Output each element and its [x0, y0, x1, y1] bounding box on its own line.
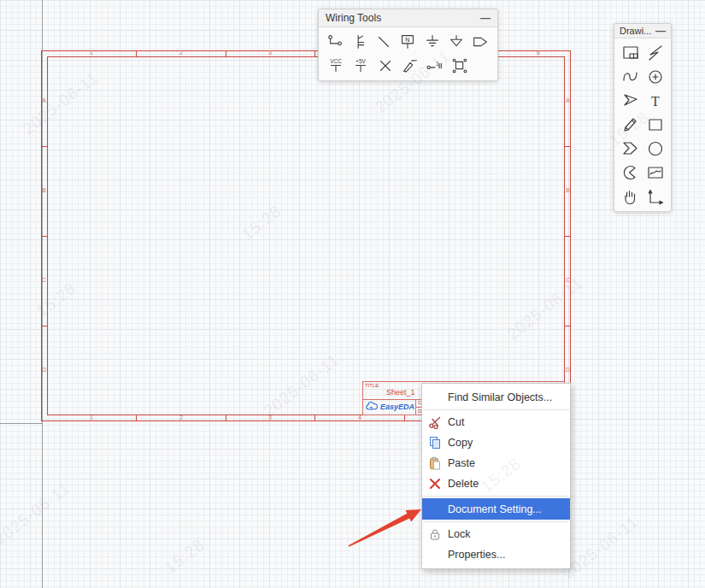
- rect-icon[interactable]: [645, 114, 666, 136]
- minimize-button[interactable]: —: [655, 26, 666, 35]
- pie-icon[interactable]: [620, 162, 641, 184]
- menu-item-lock[interactable]: Lock: [422, 524, 570, 544]
- frame-icon[interactable]: [620, 42, 641, 64]
- drawing-tools-header[interactable]: Drawi... —: [614, 24, 671, 38]
- sheet-frame-inner: [47, 56, 565, 415]
- bus-entry-icon[interactable]: [374, 31, 394, 53]
- ground-flag-icon[interactable]: [422, 31, 442, 53]
- menu-item-document-setting[interactable]: Document Setting...: [422, 498, 570, 520]
- scissors-icon: [427, 415, 442, 429]
- zone-tick: [226, 415, 226, 421]
- zone-tick: [41, 236, 47, 237]
- menu-item-cut[interactable]: Cut: [422, 412, 570, 432]
- lock-icon: [427, 527, 442, 541]
- pencil-icon[interactable]: [620, 114, 641, 136]
- zone-label-bottom: 3: [265, 415, 275, 421]
- voltage-probe-icon[interactable]: [400, 55, 420, 77]
- zone-label-left: C: [41, 277, 47, 284]
- zone-label-left: B: [41, 187, 47, 194]
- zone-label-right: C: [565, 277, 571, 284]
- arc-icon[interactable]: [645, 66, 666, 88]
- zone-label-left: A: [41, 97, 47, 104]
- zone-tick: [136, 50, 137, 56]
- origin-axis-horizontal: [0, 423, 42, 424]
- watermark-text: 2025-06-11: [0, 479, 73, 549]
- delete-x-icon: [427, 477, 442, 491]
- zone-label-right: B: [565, 187, 571, 194]
- polyline-icon[interactable]: [645, 42, 666, 64]
- arrowhead-icon[interactable]: [620, 90, 641, 112]
- drag-hand-icon[interactable]: [620, 185, 641, 208]
- image-icon[interactable]: [645, 162, 666, 184]
- schematic-canvas[interactable]: 1 2 3 4 5 6 1 2 3 4 5 6 A B C D A B C D …: [0, 0, 705, 588]
- bezier-icon[interactable]: [620, 66, 641, 88]
- ellipse-icon[interactable]: [645, 138, 666, 160]
- vcc-flag-icon[interactable]: VCC: [326, 55, 346, 77]
- title-label: TITLE:: [365, 383, 380, 388]
- menu-item-delete[interactable]: Delete: [422, 473, 570, 494]
- menu-separator: [423, 521, 569, 522]
- zone-label-top: 3: [265, 50, 275, 56]
- zone-tick: [136, 415, 137, 421]
- zone-label-left: D: [41, 367, 47, 373]
- zone-label-bottom: 4: [355, 415, 365, 421]
- zone-tick: [565, 236, 571, 237]
- empty-icon-gutter: [427, 503, 442, 516]
- svg-text:1: 1: [436, 61, 439, 67]
- watermark-text: 2025-06-11: [559, 513, 642, 583]
- zone-label-bottom: 2: [176, 415, 186, 421]
- empty-icon-gutter: [427, 391, 442, 404]
- zone-tick: [41, 326, 47, 326]
- zone-tick: [314, 415, 315, 421]
- zone-label-right: D: [565, 367, 571, 373]
- drawing-tools-panel: Drawi... — T: [614, 23, 672, 212]
- menu-separator: [423, 496, 569, 497]
- easyeda-cloud-icon: [365, 401, 379, 412]
- net-port-icon[interactable]: [471, 31, 491, 53]
- wiring-tools-panel: Wiring Tools — N VCC +5V 1: [318, 9, 498, 81]
- copy-icon: [427, 436, 442, 450]
- plus5v-flag-icon[interactable]: +5V: [350, 55, 371, 77]
- empty-icon-gutter: [427, 548, 442, 562]
- zone-label-right: A: [565, 97, 571, 104]
- zone-tick: [565, 326, 571, 326]
- net-label-icon[interactable]: N: [398, 31, 418, 53]
- svg-text:T: T: [651, 94, 660, 109]
- menu-separator: [423, 409, 569, 410]
- zone-label-top: 1: [86, 50, 97, 56]
- svg-text:+5V: +5V: [355, 58, 366, 64]
- zone-label-bottom: 1: [86, 415, 97, 421]
- zone-tick: [404, 415, 405, 421]
- drawing-tools-title: Drawi...: [620, 26, 651, 36]
- text-icon[interactable]: T: [645, 90, 666, 112]
- watermark-text: 15:28: [162, 535, 209, 578]
- wire-icon[interactable]: [326, 31, 345, 53]
- easyeda-logo-text: EasyEDA: [380, 403, 414, 411]
- polygon-icon[interactable]: [620, 138, 641, 160]
- paste-icon: [427, 456, 442, 470]
- group-icon[interactable]: [449, 55, 470, 77]
- zone-tick: [226, 50, 226, 56]
- zone-tick: [565, 146, 571, 147]
- net-flag-icon[interactable]: 1: [425, 55, 445, 77]
- bus-icon[interactable]: [350, 31, 369, 53]
- minimize-button[interactable]: —: [480, 14, 491, 22]
- wiring-tools-title: Wiring Tools: [326, 12, 381, 24]
- sheet-name: Sheet_1: [386, 388, 415, 397]
- earth-ground-flag-icon[interactable]: [446, 31, 466, 53]
- svg-text:N: N: [406, 36, 410, 44]
- context-menu: Find Similar Objects... Cut Copy: [421, 383, 571, 569]
- dimension-icon[interactable]: [645, 185, 666, 208]
- menu-item-paste[interactable]: Paste: [422, 453, 570, 473]
- no-connect-flag-icon[interactable]: [375, 55, 396, 77]
- wiring-tools-header[interactable]: Wiring Tools —: [319, 9, 497, 27]
- zone-label-top: 2: [176, 50, 186, 56]
- menu-item-find-similar-objects[interactable]: Find Similar Objects...: [422, 387, 570, 408]
- svg-text:VCC: VCC: [330, 58, 342, 64]
- zone-tick: [314, 50, 315, 56]
- menu-item-copy[interactable]: Copy: [422, 432, 570, 453]
- menu-item-properties[interactable]: Properties...: [422, 544, 570, 565]
- zone-label-top: 6: [533, 50, 543, 56]
- zone-tick: [41, 146, 47, 147]
